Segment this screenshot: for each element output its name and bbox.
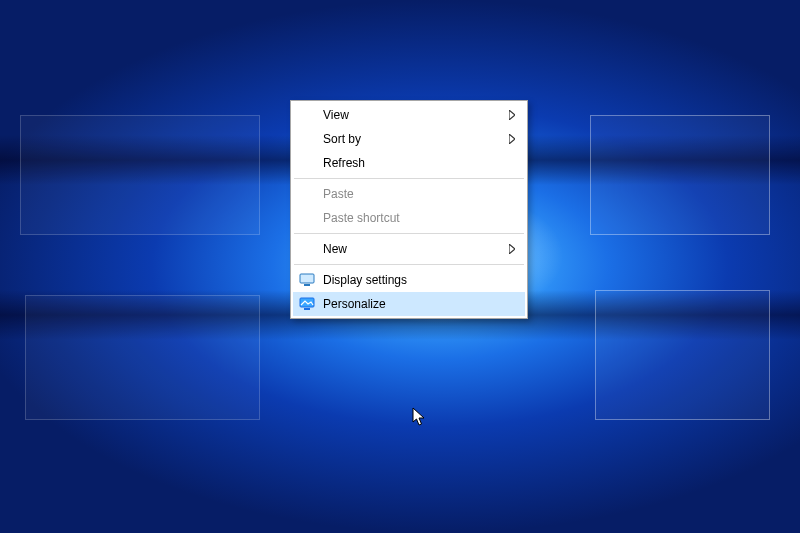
svg-rect-0 [300, 274, 314, 283]
menu-item-paste-shortcut[interactable]: Paste shortcut [293, 206, 525, 230]
menu-item-label: View [323, 108, 349, 122]
mouse-cursor-icon [412, 407, 426, 427]
menu-item-label: Personalize [323, 297, 386, 311]
monitor-icon [299, 273, 315, 287]
chevron-right-icon [509, 244, 515, 254]
wallpaper-pane [595, 290, 770, 420]
chevron-right-icon [509, 134, 515, 144]
menu-separator [294, 233, 524, 234]
menu-item-display-settings[interactable]: Display settings [293, 268, 525, 292]
wallpaper-pane [20, 115, 260, 235]
menu-item-view[interactable]: View [293, 103, 525, 127]
svg-rect-3 [304, 308, 310, 310]
menu-item-label: Paste [323, 187, 354, 201]
chevron-right-icon [509, 110, 515, 120]
menu-item-refresh[interactable]: Refresh [293, 151, 525, 175]
svg-rect-1 [304, 284, 310, 286]
menu-item-personalize[interactable]: Personalize [293, 292, 525, 316]
personalize-icon [299, 297, 315, 311]
menu-separator [294, 178, 524, 179]
wallpaper-pane [25, 295, 260, 420]
desktop-context-menu: View Sort by Refresh Paste Paste shortcu… [290, 100, 528, 319]
menu-separator [294, 264, 524, 265]
wallpaper-pane [590, 115, 770, 235]
menu-item-label: Display settings [323, 273, 407, 287]
menu-item-label: Paste shortcut [323, 211, 400, 225]
menu-item-label: New [323, 242, 347, 256]
menu-item-sort-by[interactable]: Sort by [293, 127, 525, 151]
menu-item-paste[interactable]: Paste [293, 182, 525, 206]
menu-item-label: Refresh [323, 156, 365, 170]
menu-item-label: Sort by [323, 132, 361, 146]
menu-item-new[interactable]: New [293, 237, 525, 261]
